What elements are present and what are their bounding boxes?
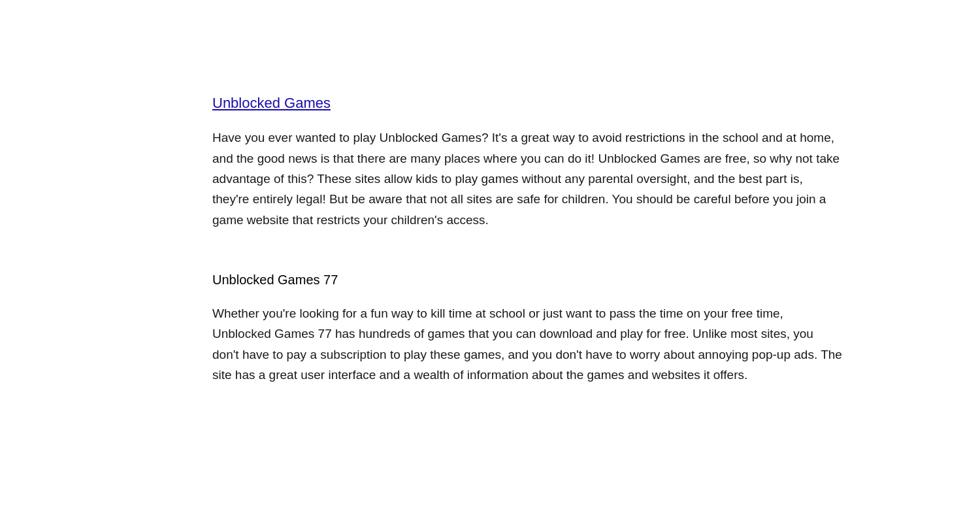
content-wrapper: Unblocked Games Have you ever wanted to … <box>98 0 882 463</box>
section-unblocked-games-77: Unblocked Games 77 Whether you're lookin… <box>212 269 843 385</box>
section-unblocked-games: Unblocked Games Have you ever wanted to … <box>212 91 843 230</box>
unblocked-games-link[interactable]: Unblocked Games <box>212 91 331 114</box>
unblocked-games-77-body: Whether you're looking for a fun way to … <box>212 303 843 385</box>
unblocked-games-body: Have you ever wanted to play Unblocked G… <box>212 127 843 230</box>
unblocked-games-77-title: Unblocked Games 77 <box>212 269 338 290</box>
